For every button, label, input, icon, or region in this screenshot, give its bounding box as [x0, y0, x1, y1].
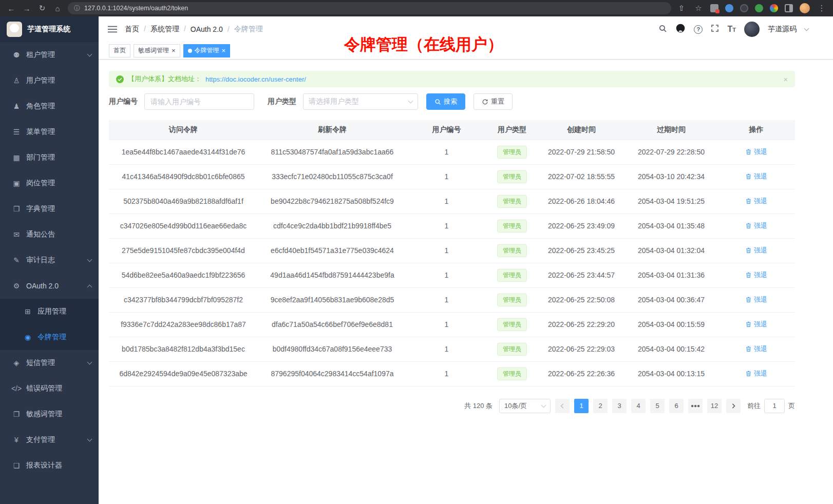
column-header: 用户类型: [486, 120, 538, 140]
sidebar-item[interactable]: ◉ 令牌管理: [0, 324, 99, 350]
user-avatar[interactable]: [744, 22, 760, 37]
breadcrumb-item[interactable]: OAuth 2.0: [191, 25, 230, 33]
page-button[interactable]: 5: [650, 399, 665, 413]
doc-link[interactable]: https://doc.iocoder.cn/user-center/: [205, 75, 306, 83]
extension-badge-icon[interactable]: [710, 4, 718, 12]
view-tab[interactable]: 令牌管理 ×: [183, 44, 231, 57]
force-logout-button[interactable]: 强退: [745, 221, 767, 230]
user-menu-caret-icon[interactable]: [804, 26, 809, 31]
sidebar-item[interactable]: ✉ 通知公告: [0, 222, 99, 247]
sidebar-item[interactable]: ❏ 报表设计器: [0, 453, 99, 478]
bookmark-star-icon[interactable]: ☆: [693, 4, 704, 13]
fullscreen-icon[interactable]: [711, 24, 719, 34]
sidebar-item[interactable]: ▦ 部门管理: [0, 145, 99, 170]
sidebar-item[interactable]: ⚙ OAuth 2.0: [0, 273, 99, 299]
browser-reload-icon[interactable]: ↻: [37, 4, 47, 13]
expire-time-cell: 2054-03-10 20:42:34: [625, 164, 717, 189]
alert-close-icon[interactable]: ×: [783, 75, 788, 84]
extension-dark-icon[interactable]: [740, 4, 748, 12]
sidebar-panel-icon[interactable]: [785, 4, 793, 12]
tab-close-icon[interactable]: ×: [172, 47, 176, 54]
user-type-cell: 管理员: [486, 140, 538, 164]
force-logout-button[interactable]: 强退: [745, 147, 767, 157]
page-button[interactable]: 12: [707, 399, 722, 413]
page-button[interactable]: 2: [593, 399, 608, 413]
breadcrumb-item[interactable]: 令牌管理: [234, 25, 263, 34]
sidebar-item[interactable]: ⊞ 应用管理: [0, 299, 99, 324]
user-type-cell: 管理员: [486, 287, 538, 312]
table-row: 41c41346a548490f9dc8b01c6bfe0865 333ecfc…: [109, 164, 795, 189]
sidebar-item[interactable]: ❒ 字典管理: [0, 196, 99, 222]
force-logout-button[interactable]: 强退: [745, 270, 767, 280]
sidebar-item-label: 报表设计器: [26, 461, 62, 470]
reset-button[interactable]: 重置: [474, 93, 513, 110]
view-tab[interactable]: 首页 ×: [109, 44, 130, 57]
sidebar-item-icon: ▦: [10, 153, 23, 162]
page-size-select[interactable]: 10条/页: [499, 399, 551, 413]
sidebar-item[interactable]: ◈ 短信管理: [0, 350, 99, 376]
annotation-overlay: 令牌管理（在线用户）: [344, 34, 503, 55]
page-button[interactable]: 6: [669, 399, 684, 413]
force-logout-button[interactable]: 强退: [745, 369, 767, 378]
trash-icon: [745, 296, 752, 303]
font-size-icon[interactable]: TT: [727, 25, 736, 34]
created-time-cell: 2022-06-25 22:29:03: [538, 337, 625, 361]
search-icon[interactable]: [658, 24, 667, 35]
expire-time-cell: 2022-07-29 22:28:50: [625, 140, 717, 164]
sidebar-item[interactable]: ♟ 角色管理: [0, 93, 99, 119]
table-row: c342377bf8b344799dcbf7bf095287f2 9ce8ef2…: [109, 287, 795, 312]
sidebar-item-label: 租户管理: [26, 50, 55, 60]
sidebar-item[interactable]: ✎ 审计日志: [0, 247, 99, 273]
expire-time-cell: 2054-03-04 00:36:47: [625, 287, 717, 312]
refresh-token-cell: dfa6c71a50a54c66bef706ef9e6e8d81: [258, 312, 407, 337]
goto-page-input[interactable]: [764, 399, 785, 413]
user-id-input[interactable]: [144, 93, 254, 110]
page-button[interactable]: 1: [574, 399, 589, 413]
page-button[interactable]: 4: [631, 399, 646, 413]
page-button[interactable]: ●●●: [688, 399, 703, 413]
extension-green-icon[interactable]: [755, 4, 763, 12]
sidebar-item[interactable]: ❐ 敏感词管理: [0, 401, 99, 427]
extension-pinwheel-icon[interactable]: [770, 4, 778, 12]
sidebar-item[interactable]: ☰ 菜单管理: [0, 119, 99, 145]
browser-profile-avatar[interactable]: [800, 3, 810, 13]
sidebar-item[interactable]: ▣ 岗位管理: [0, 170, 99, 196]
search-button[interactable]: 搜索: [426, 93, 465, 110]
sidebar-item[interactable]: ¥ 支付管理: [0, 427, 99, 453]
sidebar-item[interactable]: ♙ 用户管理: [0, 68, 99, 93]
browser-menu-icon[interactable]: ⋮: [817, 4, 827, 13]
app-logo[interactable]: 芋道管理系统: [0, 16, 99, 42]
force-logout-button[interactable]: 强退: [745, 197, 767, 206]
help-icon[interactable]: ?: [694, 25, 703, 34]
sidebar-collapse-icon[interactable]: [108, 25, 117, 33]
force-logout-button[interactable]: 强退: [745, 246, 767, 255]
share-icon[interactable]: ⇧: [676, 4, 687, 13]
prev-page-button[interactable]: [555, 399, 570, 413]
page-button[interactable]: 3: [612, 399, 627, 413]
breadcrumb-item[interactable]: 首页: [125, 25, 146, 34]
browser-back-icon[interactable]: ←: [6, 4, 16, 13]
force-logout-button[interactable]: 强退: [745, 172, 767, 181]
sidebar-item[interactable]: ⚉ 租户管理: [0, 42, 99, 68]
force-logout-button[interactable]: 强退: [745, 320, 767, 329]
force-logout-button[interactable]: 强退: [745, 344, 767, 354]
address-bar[interactable]: ⓘ 127.0.0.1:1024/system/oauth2/token: [68, 2, 671, 14]
sidebar-item[interactable]: </> 错误码管理: [0, 376, 99, 401]
created-time-cell: 2022-07-29 21:58:50: [538, 140, 625, 164]
view-tab[interactable]: 敏感词管理 ×: [134, 44, 180, 57]
tab-close-icon[interactable]: ×: [222, 47, 226, 54]
next-page-button[interactable]: [726, 399, 741, 413]
browser-forward-icon[interactable]: →: [22, 4, 32, 13]
site-info-icon[interactable]: ⓘ: [74, 4, 80, 13]
breadcrumb-item[interactable]: 系统管理: [150, 25, 186, 34]
user-id-cell: 1: [407, 164, 486, 189]
browser-home-icon[interactable]: ⌂: [52, 4, 63, 13]
check-circle-icon: [116, 75, 124, 83]
github-icon[interactable]: [675, 23, 686, 35]
user-type-select[interactable]: 请选择用户类型: [303, 93, 418, 110]
user-type-cell: 管理员: [486, 189, 538, 214]
force-logout-button[interactable]: 强退: [745, 295, 767, 304]
extension-blue-icon[interactable]: [725, 4, 733, 12]
sidebar-item-icon: ◈: [10, 359, 23, 367]
table-row: 275e5de9151045fe87cbdc395e004f4d e6cfd40…: [109, 238, 795, 263]
